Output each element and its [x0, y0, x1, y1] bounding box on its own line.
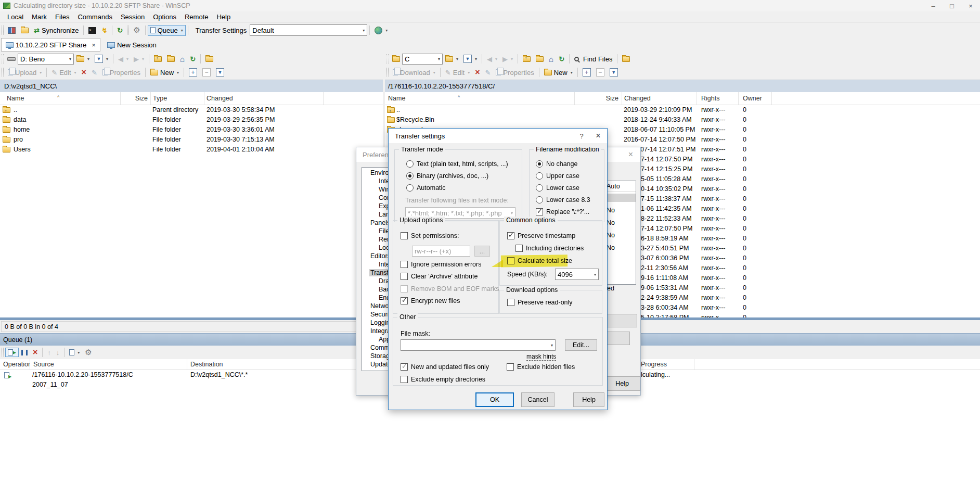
col-header-size[interactable]: Size — [121, 92, 151, 105]
file-row[interactable]: ..Parent directory2019-03-30 5:58:34 PM — [0, 105, 383, 115]
preferences-close-icon[interactable] — [628, 150, 633, 159]
putty-icon[interactable] — [99, 25, 110, 36]
copy-path-icon[interactable] — [203, 55, 216, 63]
file-row[interactable]: UsersFile folder2019-04-01 2:10:04 AM — [0, 145, 383, 155]
tab-close-icon[interactable] — [92, 41, 96, 49]
file-mask-edit-button[interactable]: Edit... — [565, 339, 597, 351]
menu-help[interactable]: Help — [212, 13, 235, 21]
rename-button[interactable] — [89, 67, 100, 78]
root-directory-button[interactable] — [533, 55, 546, 63]
queue-move-down-button[interactable] — [54, 347, 62, 358]
dialog-help-icon[interactable] — [574, 132, 589, 140]
commander-panels-icon[interactable] — [5, 26, 18, 35]
properties-button[interactable]: Properties — [100, 67, 143, 78]
sync-browsing-globe-icon[interactable] — [372, 25, 390, 36]
menu-options[interactable]: Options — [149, 13, 180, 21]
copy-path-icon[interactable] — [620, 55, 633, 63]
col-header-name[interactable]: Name — [0, 92, 121, 105]
queue-move-up-button[interactable] — [45, 347, 54, 358]
right-path-bar[interactable]: /176116-10.10.2.20-1553777518/C/ — [385, 79, 980, 92]
ok-button[interactable]: OK — [475, 392, 514, 407]
terminal-icon[interactable]: >_ — [86, 26, 99, 35]
refresh-button[interactable] — [187, 54, 198, 65]
queue-delete-button[interactable] — [30, 346, 40, 359]
close-button[interactable] — [961, 2, 980, 10]
parent-directory-button[interactable] — [151, 55, 164, 63]
col-header-changed[interactable]: Changed — [622, 92, 697, 105]
col-header-name[interactable]: Name — [385, 92, 575, 105]
forward-button[interactable] — [500, 54, 515, 65]
radio-automatic-mode[interactable] — [406, 184, 414, 192]
menu-local[interactable]: Local — [3, 13, 28, 21]
synchronize-button[interactable]: Synchronize — [31, 25, 81, 36]
menu-remote[interactable]: Remote — [180, 13, 213, 21]
open-directory-icon[interactable] — [74, 55, 92, 63]
menu-mark[interactable]: Mark — [28, 13, 51, 21]
radio-lower-case[interactable] — [536, 184, 543, 192]
col-header-owner[interactable]: Owner — [739, 92, 772, 105]
filter-icon[interactable] — [92, 53, 111, 65]
edit-button[interactable]: Edit — [443, 67, 472, 78]
checkbox-encrypt-new-files[interactable] — [401, 297, 408, 304]
remove-filter-minus-button[interactable]: − — [200, 67, 213, 78]
new-button[interactable]: New — [541, 67, 575, 78]
filter-toggle-button[interactable] — [213, 67, 227, 78]
cancel-button[interactable]: Cancel — [521, 392, 555, 407]
right-drive-select[interactable]: C — [402, 54, 443, 65]
col-header-type[interactable]: Type — [151, 92, 204, 105]
file-row[interactable]: dataFile folder2019-03-29 2:56:35 PM — [0, 115, 383, 125]
menu-session[interactable]: Session — [117, 13, 149, 21]
permissions-input[interactable]: rw-r--r-- (+x) — [412, 246, 470, 257]
checkbox-preserve-read-only[interactable] — [507, 299, 514, 306]
checkbox-clear-archive[interactable] — [401, 273, 408, 280]
col-header-rights[interactable]: Rights — [697, 92, 739, 105]
back-button[interactable] — [115, 54, 131, 65]
preferences-help-button[interactable]: Help — [604, 376, 640, 391]
checkbox-exclude-empty-dirs[interactable] — [401, 376, 408, 383]
radio-text-mode[interactable] — [406, 160, 414, 168]
delete-button[interactable] — [472, 66, 482, 79]
menu-files[interactable]: Files — [51, 13, 73, 21]
radio-binary-mode[interactable] — [406, 172, 414, 180]
rename-button[interactable] — [483, 67, 494, 78]
checkbox-set-permissions[interactable] — [401, 232, 408, 239]
queue-col-operation[interactable]: Operation — [0, 359, 30, 370]
home-directory-button[interactable] — [546, 53, 556, 65]
checkbox-remove-bom[interactable] — [401, 285, 408, 292]
new-button[interactable]: New — [148, 67, 182, 78]
radio-upper-case[interactable] — [536, 172, 543, 180]
forward-button[interactable] — [131, 54, 147, 65]
left-path-bar[interactable]: D:\v2qtsd1_NCC\ — [0, 79, 383, 92]
queue-dropdown-icon[interactable] — [181, 28, 183, 33]
queue-settings-gear-icon[interactable] — [82, 346, 94, 359]
back-button[interactable] — [484, 54, 500, 65]
checkbox-preserve-timestamp[interactable] — [507, 232, 514, 239]
filter-icon[interactable] — [461, 53, 480, 65]
queue-button[interactable]: Queue — [148, 25, 186, 36]
mask-hints-link[interactable]: mask hints — [526, 353, 556, 361]
properties-button[interactable]: Properties — [493, 67, 536, 78]
toolbar-grip[interactable] — [2, 26, 4, 35]
permissions-more-button[interactable]: ... — [474, 246, 490, 257]
filter-toggle-button[interactable] — [607, 67, 621, 78]
edit-button[interactable]: Edit — [49, 67, 79, 78]
tab-new-session[interactable]: New Session — [102, 38, 161, 52]
radio-lower-case-83[interactable] — [536, 196, 543, 204]
minimize-button[interactable] — [924, 2, 943, 10]
file-row[interactable]: homeFile folder2019-03-30 3:36:01 AM — [0, 125, 383, 135]
queue-col-source[interactable]: Source — [30, 359, 187, 370]
queue-pause-button[interactable] — [19, 348, 30, 357]
dialog-close-icon[interactable] — [589, 131, 607, 141]
file-row[interactable]: $Recycle.Bin2018-12-24 9:40:33 AMrwxr-x-… — [385, 115, 980, 125]
transfer-settings-select[interactable]: Default — [250, 24, 367, 36]
upload-button[interactable]: Upload — [5, 67, 44, 78]
add-filter-plus-button[interactable]: + — [186, 67, 200, 78]
find-files-button[interactable]: Find Files — [572, 54, 615, 65]
left-drive-select[interactable]: D: Beno — [18, 54, 74, 65]
col-header-changed[interactable]: Changed — [204, 92, 324, 105]
remove-filter-minus-button[interactable]: − — [594, 67, 607, 78]
download-button[interactable]: Download — [390, 67, 438, 78]
queue-options-button[interactable] — [67, 348, 82, 357]
open-directory-icon[interactable] — [443, 55, 461, 63]
home-directory-button[interactable] — [177, 53, 187, 65]
